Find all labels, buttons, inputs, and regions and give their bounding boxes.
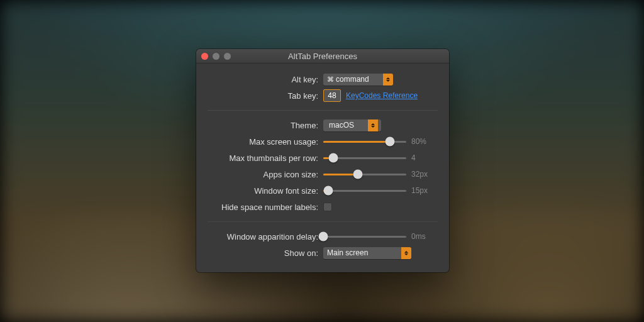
alt-key-select[interactable]: ⌘command [323,74,393,86]
tab-key-row: Tab key: 48 KeyCodes Reference [208,87,438,104]
show-on-row: Show on: Main screen [208,245,438,261]
icon-label: Apps icon size: [208,170,323,179]
max-screen-label: Max screen usage: [208,137,323,147]
theme-value: macOS [329,121,354,130]
hide-checkbox[interactable] [323,203,332,211]
titlebar[interactable]: AltTab Preferences [196,49,449,64]
theme-label: Theme: [208,121,323,130]
alt-key-row: Alt key: ⌘command [208,71,438,87]
minimize-icon[interactable] [213,53,219,60]
icon-row: Apps icon size: 32px [208,166,438,182]
thumbs-row: Max thumbnails per row: 4 [208,150,438,166]
divider [208,110,438,111]
max-screen-row: Max screen usage: 80% [208,133,438,150]
preferences-window: AltTab Preferences Alt key: ⌘command Tab… [196,49,449,272]
font-row: Window font size: 15px [208,182,438,199]
close-icon[interactable] [201,53,208,60]
tab-key-input[interactable]: 48 [323,89,341,102]
show-on-value: Main screen [323,248,401,257]
max-screen-value: 80% [411,137,438,146]
stepper-icon [401,247,411,259]
font-value: 15px [411,186,438,195]
thumbs-label: Max thumbnails per row: [208,153,323,163]
alt-key-label: Alt key: [208,75,323,84]
delay-value: 0ms [411,232,438,241]
max-screen-slider[interactable] [323,135,406,148]
stepper-icon [383,74,393,86]
preferences-body: Alt key: ⌘command Tab key: 48 KeyCodes R… [196,64,449,272]
theme-select[interactable]: macOS [323,119,381,131]
keycodes-link[interactable]: KeyCodes Reference [346,91,418,100]
show-on-select[interactable]: Main screen [323,247,411,259]
traffic-lights [201,53,231,60]
font-slider[interactable] [323,184,406,197]
thumbs-slider[interactable] [323,152,406,164]
stepper-icon [368,119,378,131]
hide-row: Hide space number labels: [208,199,438,215]
thumbs-value: 4 [411,153,438,162]
window-title: AltTab Preferences [196,52,449,61]
alt-key-value: command [336,75,369,84]
hide-label: Hide space number labels: [208,203,323,212]
icon-slider[interactable] [323,168,406,180]
tab-key-label: Tab key: [208,91,323,101]
show-on-label: Show on: [208,248,323,258]
delay-row: Window apparition delay: 0ms [208,228,438,245]
font-label: Window font size: [208,186,323,196]
zoom-icon[interactable] [224,53,231,60]
icon-value: 32px [411,170,438,179]
delay-slider[interactable] [323,230,406,243]
command-icon: ⌘ [327,75,334,84]
divider [208,221,438,222]
theme-row: Theme: macOS [208,117,438,133]
delay-label: Window apparition delay: [208,232,323,242]
